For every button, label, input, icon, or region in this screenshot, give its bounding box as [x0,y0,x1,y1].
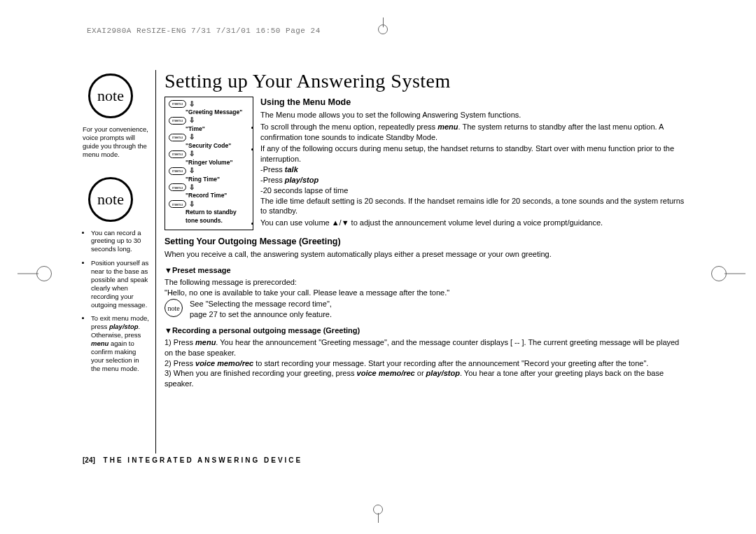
list-item: Position yourself as near to the base as… [91,259,149,309]
list-item: If any of the following occurs during me… [177,143,686,216]
list-item: To scroll through the menu option, repea… [177,122,686,143]
menu-flow-item: "Ringer Volume" [186,159,249,167]
menu-flow-item: "Greeting Message" [186,108,249,117]
menu-pill-icon: menu [169,134,186,141]
page-footer: [24] THE INTEGRATED ANSWERING DEVICE [83,456,302,464]
note-circle-icon: note [164,299,183,317]
down-arrow-icon: ⇩ [189,134,195,141]
footer-title: THE INTEGRATED ANSWERING DEVICE [104,456,303,464]
menu-flow-item: "Record Time" [186,192,249,200]
note-circle-icon: note [88,177,133,222]
step-2: 2) Press voice memo/rec to start recordi… [164,358,686,369]
side-note-1-text: For your convenience, voice prompts will… [83,125,149,159]
column-divider [155,70,156,454]
menu-pill-icon: menu [169,150,186,158]
main-column: Setting up Your Answering System menu⇩ "… [164,70,686,389]
menu-flow-item: "Time" [186,125,249,134]
down-arrow-icon: ⇩ [189,184,195,191]
menu-pill-icon: menu [169,183,186,191]
page-number: [24] [83,456,95,464]
side-column: note For your convenience, voice prompts… [83,73,149,379]
outgoing-message-section: Setting Your Outgoing Message (Greeting)… [164,236,686,389]
down-arrow-icon: ⇩ [189,201,195,208]
list-item: You can use volume ▲/▼ to adjust the ann… [177,218,686,228]
down-arrow-icon: ⇩ [189,150,195,157]
list-item: You can record a greeting up to 30 secon… [91,229,149,254]
step-3: 3) When you are finished recording your … [164,368,686,389]
step-1: 1) Press menu. You hear the announcement… [164,337,686,358]
menu-flow-final: Return to standby tone sounds. [186,209,249,225]
menu-pill-icon: menu [169,167,186,175]
subsection-heading: ▼Preset message [164,265,686,276]
crop-mark-top [378,24,388,34]
menu-pill-icon: menu [169,117,186,125]
section-intro: When you receive a call, the answering s… [164,249,686,260]
menu-pill-icon: menu [169,100,186,108]
inline-note: note See "Selecting the message record t… [164,299,686,320]
menu-flow-box: menu⇩ "Greeting Message" menu⇩ "Time" me… [164,97,253,230]
section-heading: Setting Your Outgoing Message (Greeting) [164,236,686,248]
preset-line-1: The following message is prerecorded: [164,277,686,288]
down-arrow-icon: ⇩ [189,117,195,124]
menu-flow-item: "Ring Time" [186,176,249,184]
menu-pill-icon: menu [169,200,186,208]
down-arrow-icon: ⇩ [189,167,195,174]
page-content: note For your convenience, voice prompts… [70,49,686,485]
menu-flow-item: "Security Code" [186,142,249,150]
crop-mark-bottom [373,505,383,514]
list-item: To exit menu mode, press play/stop. Othe… [91,314,149,372]
print-meta-header: EXAI2980A ReSIZE-ENG 7/31 7/31/01 16:50 … [87,27,321,35]
note-circle-icon: note [88,73,133,118]
subsection-heading: ▼Recording a personal outgoing message (… [164,325,686,336]
preset-line-2: "Hello, no one is available to take your… [164,288,686,298]
side-note-2-list: You can record a greeting up to 30 secon… [83,229,149,373]
down-arrow-icon: ⇩ [189,101,195,108]
page-title: Setting up Your Answering System [164,70,686,92]
